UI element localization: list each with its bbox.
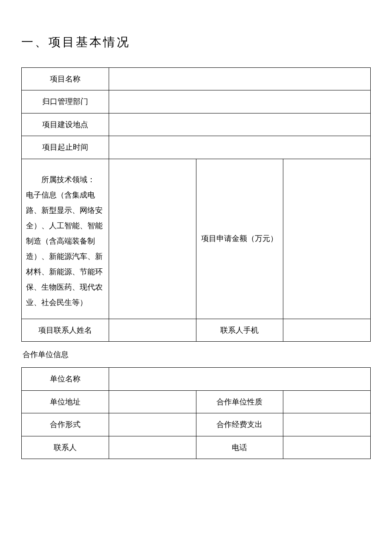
page-title: 一、项目基本情况	[21, 34, 371, 50]
table-row: 项目名称	[22, 68, 371, 90]
amount-label: 项目申请金额（万元）	[196, 159, 283, 319]
duration-label: 项目起止时间	[22, 136, 109, 159]
contact-name-value[interactable]	[109, 319, 196, 341]
coop-form-value[interactable]	[109, 413, 196, 436]
partner-tel-label: 电话	[196, 436, 283, 459]
partner-name-label: 单位名称	[22, 368, 109, 390]
partner-addr-value[interactable]	[109, 390, 196, 413]
partner-contact-value[interactable]	[109, 436, 196, 459]
partner-nature-value[interactable]	[283, 390, 371, 413]
project-name-value[interactable]	[109, 68, 370, 90]
table-row: 联系人 电话	[22, 436, 371, 459]
table-row: 归口管理部门	[22, 90, 371, 113]
partner-contact-label: 联系人	[22, 436, 109, 459]
coop-expense-label: 合作经费支出	[196, 413, 283, 436]
table-row: 所属技术领域： 电子信息（含集成电路、新型显示、网络安全）、人工智能、智能制造（…	[22, 159, 371, 319]
contact-phone-value[interactable]	[283, 319, 371, 341]
location-label: 项目建设地点	[22, 113, 109, 136]
table-row: 单位名称	[22, 368, 371, 390]
table-row: 单位地址 合作单位性质	[22, 390, 371, 413]
table-row: 项目建设地点	[22, 113, 371, 136]
table-row: 项目联系人姓名 联系人手机	[22, 319, 371, 341]
tech-domain-title: 所属技术领域：	[26, 172, 104, 187]
tech-domain-body: 电子信息（含集成电路、新型显示、网络安全）、人工智能、智能制造（含高端装备制造）…	[26, 191, 103, 307]
location-value[interactable]	[109, 113, 370, 136]
project-info-table: 项目名称 归口管理部门 项目建设地点 项目起止时间 所属技术领域： 电子信息（含…	[21, 67, 371, 459]
dept-label: 归口管理部门	[22, 90, 109, 113]
partner-tel-value[interactable]	[283, 436, 371, 459]
partner-addr-label: 单位地址	[22, 390, 109, 413]
table-row: 项目起止时间	[22, 136, 371, 159]
partner-section-label: 合作单位信息	[22, 341, 371, 367]
contact-name-label: 项目联系人姓名	[22, 319, 109, 341]
amount-value[interactable]	[283, 159, 371, 319]
partner-section-header: 合作单位信息	[22, 341, 371, 367]
project-name-label: 项目名称	[22, 68, 109, 90]
duration-value[interactable]	[109, 136, 370, 159]
partner-name-value[interactable]	[109, 368, 370, 390]
coop-expense-value[interactable]	[283, 413, 371, 436]
tech-domain-value[interactable]	[109, 159, 196, 319]
contact-phone-label: 联系人手机	[196, 319, 283, 341]
table-row: 合作形式 合作经费支出	[22, 413, 371, 436]
dept-value[interactable]	[109, 90, 370, 113]
coop-form-label: 合作形式	[22, 413, 109, 436]
tech-domain-label: 所属技术领域： 电子信息（含集成电路、新型显示、网络安全）、人工智能、智能制造（…	[22, 159, 109, 319]
partner-nature-label: 合作单位性质	[196, 390, 283, 413]
